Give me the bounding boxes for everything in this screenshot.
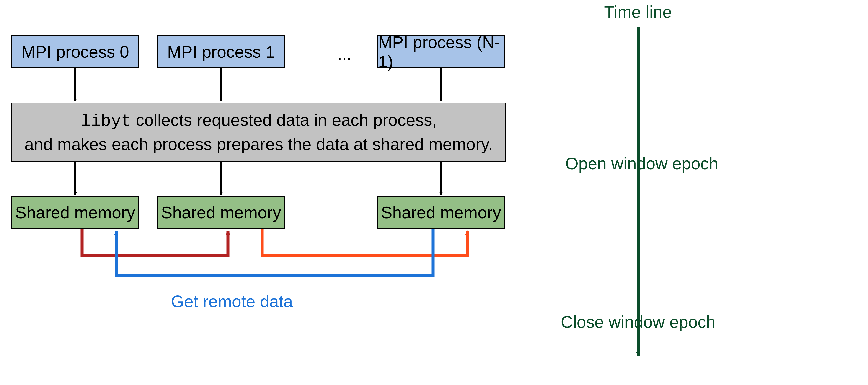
- mpi-process-n-label: MPI process (N-1): [378, 33, 504, 71]
- libyt-code: libyt: [81, 112, 131, 131]
- arrow-shared1-to-shared2: [262, 229, 467, 255]
- shared-memory-1-box: Shared memory: [157, 196, 285, 229]
- shared-memory-2-label: Shared memory: [381, 203, 501, 222]
- collect-line-1: libyt collects requested data in each pr…: [81, 109, 437, 133]
- shared-memory-1-label: Shared memory: [161, 203, 281, 222]
- arrow-shared0-to-shared1: [82, 229, 228, 255]
- collect-line-1-rest: collects requested data in each process,: [131, 110, 437, 129]
- libyt-collect-box: libyt collects requested data in each pr…: [11, 103, 506, 162]
- mpi-process-1-label: MPI process 1: [167, 42, 275, 62]
- collect-line-2: and makes each process prepares the data…: [24, 133, 493, 156]
- open-window-epoch-label: Open window epoch: [565, 154, 718, 173]
- close-window-epoch-label: Close window epoch: [561, 312, 715, 332]
- shared-memory-0-label: Shared memory: [15, 203, 135, 222]
- arrow-shared2-to-shared0: [116, 229, 433, 276]
- shared-memory-2-box: Shared memory: [377, 196, 505, 229]
- mpi-ellipsis: ...: [337, 44, 351, 64]
- get-remote-data-label: Get remote data: [171, 292, 293, 311]
- mpi-process-0-box: MPI process 0: [11, 35, 139, 68]
- mpi-process-n-box: MPI process (N-1): [377, 35, 505, 68]
- shared-memory-0-box: Shared memory: [11, 196, 139, 229]
- mpi-process-0-label: MPI process 0: [22, 42, 129, 62]
- timeline-label: Time line: [604, 2, 672, 22]
- mpi-process-1-box: MPI process 1: [157, 35, 285, 68]
